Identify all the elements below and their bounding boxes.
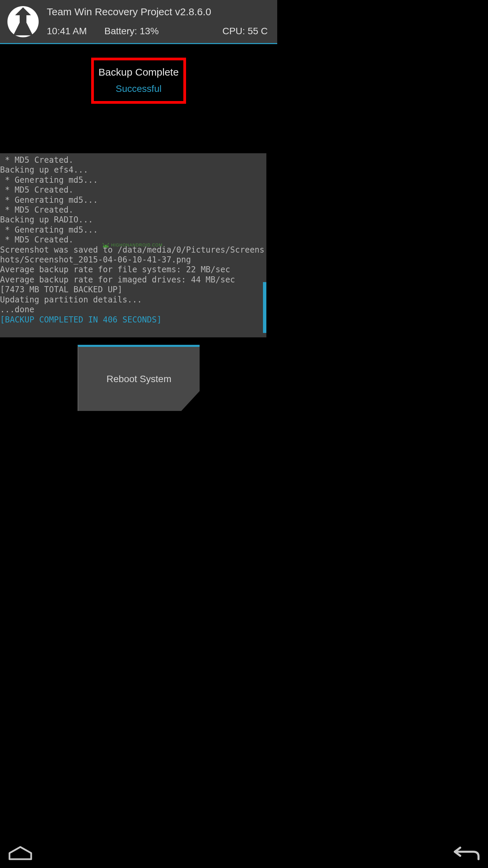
console-final-line: [BACKUP COMPLETED IN 406 SECONDS] (0, 315, 266, 325)
status-time: 10:41 AM (47, 26, 104, 37)
watermark: HIGHONANDROID.COM (102, 243, 163, 248)
watermark-text: HIGHONANDROID.COM (111, 243, 163, 248)
scrollbar-indicator[interactable] (263, 282, 266, 333)
svg-line-4 (103, 243, 104, 244)
console-text: * MD5 Created. Backing up efs4... * Gene… (0, 155, 266, 315)
result-highlight-box: Backup Complete Successful (91, 58, 186, 104)
result-title: Backup Complete (94, 66, 183, 78)
twrp-logo-icon (6, 5, 40, 39)
svg-point-2 (104, 245, 105, 246)
app-title: Team Win Recovery Project v2.8.6.0 (47, 6, 271, 18)
reboot-system-button[interactable]: Reboot System (78, 345, 200, 411)
status-row: 10:41 AM Battery: 13% CPU: 55 C (47, 26, 271, 37)
status-battery: Battery: 13% (104, 26, 192, 37)
svg-line-5 (108, 243, 109, 244)
header-bar: Team Win Recovery Project v2.8.6.0 10:41… (0, 0, 277, 44)
status-cpu: CPU: 55 C (222, 26, 271, 37)
result-subtitle: Successful (94, 83, 183, 94)
svg-point-3 (107, 245, 107, 246)
reboot-button-label: Reboot System (106, 374, 171, 384)
